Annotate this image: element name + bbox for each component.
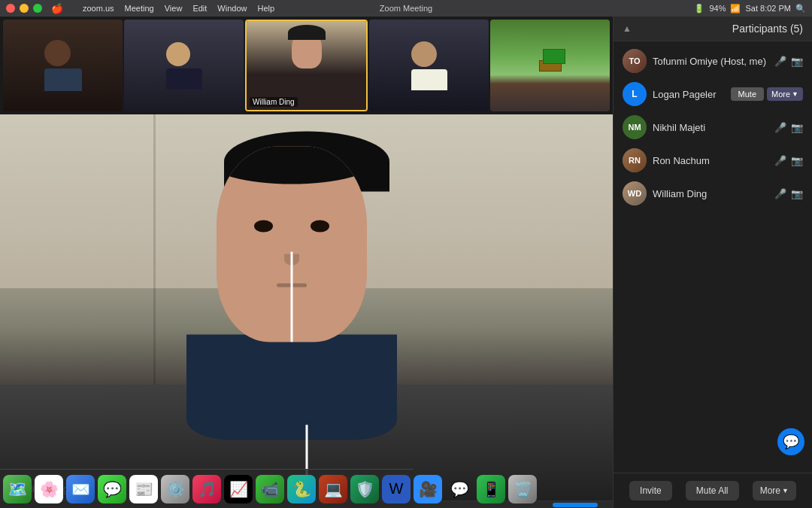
minimize-button[interactable]	[20, 4, 29, 13]
more-logan-label: More	[771, 90, 790, 99]
dock-messages[interactable]: 💬	[98, 475, 126, 503]
name-ron: Ron Nachum	[653, 155, 768, 166]
thumbnail-1[interactable]	[3, 20, 123, 111]
participant-william: WD William Ding 🎤 📷	[614, 177, 812, 210]
mute-all-button[interactable]: Mute All	[686, 481, 739, 500]
dock-pc[interactable]: 💻	[319, 475, 347, 503]
chat-fab-button[interactable]: 💬	[777, 428, 804, 455]
dock-settings[interactable]: ⚙️	[161, 475, 189, 503]
avatar-ron: RN	[623, 148, 647, 172]
dock-zoom[interactable]: 🎥	[414, 475, 442, 503]
video-icon-ron: 📷	[791, 155, 803, 166]
sidebar-footer: Invite Mute All More ▼	[614, 473, 812, 508]
mic-icon-tofunmi: 🎤	[774, 56, 786, 67]
dock-photos[interactable]: 🌸	[35, 475, 63, 503]
sidebar-header: ▲ Participants (5)	[614, 17, 812, 41]
titlebar-left: 🍎 zoom.us Meeting View Edit Window Help	[6, 3, 274, 14]
invite-button[interactable]: Invite	[629, 481, 672, 500]
menu-view[interactable]: View	[165, 4, 183, 13]
battery-level: 94%	[709, 4, 726, 13]
participant-ron: RN Ron Nachum 🎤 📷	[614, 144, 812, 177]
mic-icon-william: 🎤	[774, 188, 786, 199]
clock: Sat 8:02 PM	[745, 4, 791, 13]
thumbnail-5[interactable]	[490, 20, 610, 111]
menu-window[interactable]: Window	[217, 4, 247, 13]
chat-icon: 💬	[783, 433, 799, 450]
dock-pycharm[interactable]: 🐍	[287, 475, 316, 503]
controls-tofunmi: 🎤 📷	[774, 56, 803, 67]
participants-list: TO Tofunmi Omiye (Host, me) 🎤 📷 L Logan …	[614, 41, 812, 473]
dock-stocks[interactable]: 📈	[224, 475, 253, 503]
dock-facetime[interactable]: 📹	[256, 475, 284, 503]
name-william: William Ding	[653, 188, 768, 199]
thumbnail-william-ding[interactable]: William Ding	[245, 20, 368, 111]
close-button[interactable]	[6, 4, 15, 13]
controls-logan: Mute More ▼	[731, 87, 803, 101]
avatar-tofunmi: TO	[623, 49, 647, 73]
thumbnail-2[interactable]	[124, 20, 244, 111]
more-footer-button[interactable]: More ▼	[753, 481, 796, 500]
mic-icon-ron: 🎤	[774, 155, 786, 166]
dock-imessage[interactable]: 📱	[477, 475, 505, 503]
scrollbar-thumb[interactable]	[553, 503, 598, 507]
controls-ron: 🎤 📷	[774, 155, 803, 166]
participant-tofunmi: TO Tofunmi Omiye (Host, me) 🎤 📷	[614, 44, 812, 78]
search-icon[interactable]: 🔍	[795, 4, 806, 14]
dock-news[interactable]: 📰	[129, 475, 158, 503]
video-icon-tofunmi: 📷	[791, 56, 803, 67]
menu-edit[interactable]: Edit	[192, 4, 207, 13]
collapse-button[interactable]: ▲	[623, 23, 632, 34]
main-video: 📶 William Ding	[0, 114, 613, 500]
dock-music[interactable]: 🎵	[192, 475, 221, 503]
more-logan-button[interactable]: More ▼	[767, 87, 803, 101]
menu-meeting[interactable]: Meeting	[125, 4, 154, 13]
dock-word[interactable]: W	[382, 475, 411, 503]
mic-icon-nikhil: 🎤	[774, 122, 786, 133]
status-bar: 🔋 94% 📶 Sat 8:02 PM 🔍	[694, 4, 806, 14]
name-tofunmi: Tofunmi Omiye (Host, me)	[653, 56, 768, 67]
dock: 🔍 🚀 🧭 🌐 🗺️ 🌸 ✉️ 💬 📰 ⚙️ 🎵 📈 📹 🐍 💻 🛡️ W 🎥 …	[0, 469, 414, 508]
dock-mail[interactable]: ✉️	[66, 475, 95, 503]
dock-virus[interactable]: 🛡️	[350, 475, 379, 503]
more-chevron-icon: ▼	[782, 487, 789, 494]
dock-discord[interactable]: 💬	[445, 475, 474, 503]
menu-bar: zoom.us Meeting View Edit Window Help	[83, 4, 274, 13]
participant-nikhil: NM Nikhil Majeti 🎤 📷	[614, 111, 812, 144]
fullscreen-button[interactable]	[33, 4, 42, 13]
main-layout: William Ding	[0, 17, 812, 508]
dock-trash[interactable]: 🗑️	[508, 475, 537, 503]
wifi-icon: 📶	[730, 4, 741, 14]
battery-icon: 🔋	[694, 4, 704, 14]
name-logan: Logan Pageler	[653, 89, 725, 100]
thumbnail-4[interactable]	[369, 20, 489, 111]
mute-logan-button[interactable]: Mute	[731, 87, 764, 101]
sidebar: ▲ Participants (5) TO Tofunmi Omiye (Hos…	[613, 17, 812, 508]
name-nikhil: Nikhil Majeti	[653, 122, 768, 133]
window-title: Zoom Meeting	[380, 4, 432, 13]
titlebar: 🍎 zoom.us Meeting View Edit Window Help …	[0, 0, 812, 17]
thumbnail-william-label: William Ding	[250, 97, 298, 107]
video-area: William Ding	[0, 17, 613, 508]
menu-help[interactable]: Help	[257, 4, 274, 13]
controls-william: 🎤 📷	[774, 188, 803, 199]
more-footer-label: More	[760, 485, 780, 496]
thumbnail-strip: William Ding	[0, 17, 613, 114]
controls-nikhil: 🎤 📷	[774, 122, 803, 133]
avatar-william: WD	[623, 181, 647, 205]
video-icon-nikhil: 📷	[791, 122, 803, 133]
avatar-logan: L	[623, 82, 647, 106]
menu-app[interactable]: zoom.us	[83, 4, 114, 13]
avatar-nikhil: NM	[623, 115, 647, 139]
video-icon-william: 📷	[791, 188, 803, 199]
participant-logan: L Logan Pageler Mute More ▼	[614, 78, 812, 111]
chevron-icon: ▼	[792, 90, 798, 98]
apple-icon: 🍎	[51, 3, 63, 14]
dock-maps[interactable]: 🗺️	[3, 475, 32, 503]
participants-title: Participants (5)	[732, 23, 803, 35]
